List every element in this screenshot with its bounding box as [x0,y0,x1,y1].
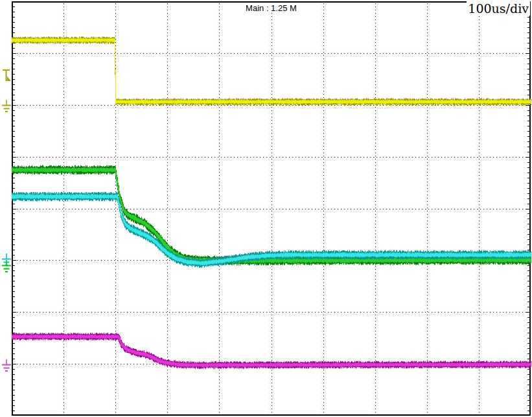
ground-marker-ch2-icon [1,260,12,274]
oscilloscope-screen: Main : 1.25 M 100us/div [0,0,532,417]
ground-marker-ch4-icon [1,359,12,374]
trigger-level-marker-icon [1,69,12,83]
waveform-canvas [0,0,532,417]
ground-marker-ch1-icon [1,100,12,114]
timebase-label: 100us/div [467,1,530,16]
